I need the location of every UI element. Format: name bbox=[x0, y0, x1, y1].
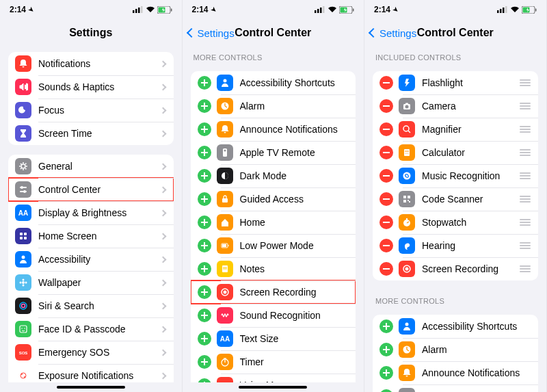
row-camera[interactable]: Camera bbox=[373, 94, 538, 118]
row-accessibility-shortcuts[interactable]: Accessibility Shortcuts bbox=[191, 71, 356, 94]
add-button[interactable] bbox=[198, 169, 211, 183]
row-stopwatch[interactable]: Stopwatch bbox=[373, 211, 538, 234]
reorder-handle[interactable] bbox=[519, 242, 531, 249]
add-button[interactable] bbox=[198, 192, 211, 206]
row-alarm[interactable]: Alarm bbox=[373, 338, 538, 361]
row-apple-tv-remote[interactable]: Apple TV Remote bbox=[191, 141, 356, 164]
row-control-center[interactable]: Control Center bbox=[8, 178, 174, 201]
back-button[interactable]: Settings bbox=[370, 27, 416, 39]
person-icon bbox=[399, 318, 415, 335]
settings-list[interactable]: Notifications Sounds & Haptics Focus Scr… bbox=[0, 47, 182, 382]
add-button[interactable] bbox=[198, 285, 211, 299]
row-announce-notifications[interactable]: Announce Notifications bbox=[191, 118, 356, 141]
remove-button[interactable] bbox=[379, 146, 393, 159]
row-general[interactable]: General bbox=[8, 155, 174, 178]
reorder-handle[interactable] bbox=[519, 265, 531, 272]
row-flashlight[interactable]: Flashlight bbox=[373, 71, 538, 94]
row-screen-recording[interactable]: Screen Recording bbox=[373, 257, 538, 280]
row-display-brightness[interactable]: Display & Brightness bbox=[8, 201, 174, 224]
reorder-handle[interactable] bbox=[519, 149, 531, 156]
add-button[interactable] bbox=[198, 99, 211, 113]
row-guided-access[interactable]: Guided Access bbox=[191, 187, 356, 211]
row-apple-tv-remote[interactable]: Apple TV Remote bbox=[373, 384, 538, 392]
row-music-recognition[interactable]: Music Recognition bbox=[373, 164, 538, 187]
add-button[interactable] bbox=[198, 309, 211, 322]
remove-button[interactable] bbox=[379, 215, 393, 229]
add-button[interactable] bbox=[198, 239, 211, 252]
row-sounds-haptics[interactable]: Sounds & Haptics bbox=[8, 75, 174, 99]
row-alarm[interactable]: Alarm bbox=[191, 94, 356, 118]
chevron-right-icon bbox=[159, 209, 166, 216]
remove-button[interactable] bbox=[379, 122, 393, 136]
row-notes[interactable]: Notes bbox=[191, 257, 356, 280]
reorder-handle[interactable] bbox=[519, 172, 531, 179]
remove-button[interactable] bbox=[379, 169, 393, 183]
row-accessibility[interactable]: Accessibility bbox=[8, 248, 174, 271]
remove-button[interactable] bbox=[379, 192, 393, 206]
row-siri-search[interactable]: Siri & Search bbox=[8, 294, 174, 317]
row-announce-notifications[interactable]: Announce Notifications bbox=[373, 361, 538, 384]
add-button[interactable] bbox=[198, 355, 211, 369]
row-emergency-sos[interactable]: Emergency SOS bbox=[8, 341, 174, 364]
label-camera: Camera bbox=[422, 101, 516, 112]
status-time: 2:14 bbox=[374, 5, 390, 14]
reorder-handle[interactable] bbox=[519, 126, 531, 133]
back-label: Settings bbox=[379, 27, 416, 39]
reorder-handle[interactable] bbox=[519, 103, 531, 109]
add-button[interactable] bbox=[198, 215, 211, 229]
section-header-more: More Controls bbox=[183, 47, 364, 66]
row-face-id-passcode[interactable]: Face ID & Passcode bbox=[8, 317, 174, 341]
page-title: Settings bbox=[69, 27, 112, 39]
more-controls-list[interactable]: More Controls Accessibility Shortcuts Al… bbox=[183, 47, 364, 382]
reorder-handle[interactable] bbox=[519, 79, 531, 86]
add-button[interactable] bbox=[198, 378, 211, 382]
remove-button[interactable] bbox=[379, 262, 393, 276]
add-button[interactable] bbox=[379, 389, 393, 392]
remove-button[interactable] bbox=[379, 76, 393, 90]
row-notifications[interactable]: Notifications bbox=[8, 52, 174, 75]
row-wallpaper[interactable]: Wallpaper bbox=[8, 271, 174, 294]
row-focus[interactable]: Focus bbox=[8, 99, 174, 122]
row-home-screen[interactable]: Home Screen bbox=[8, 224, 174, 248]
chevron-right-icon bbox=[159, 163, 166, 170]
control-center-list[interactable]: Included Controls Flashlight Camera Magn… bbox=[364, 47, 546, 392]
row-home[interactable]: Home bbox=[191, 211, 356, 234]
add-button[interactable] bbox=[198, 122, 211, 136]
add-button[interactable] bbox=[198, 262, 211, 276]
remove-button[interactable] bbox=[379, 99, 393, 113]
section-header-included: Included Controls bbox=[364, 47, 546, 66]
row-magnifier[interactable]: Magnifier bbox=[373, 118, 538, 141]
remove-button[interactable] bbox=[379, 239, 393, 252]
add-button[interactable] bbox=[198, 146, 211, 159]
back-button[interactable]: Settings bbox=[188, 27, 235, 39]
row-voice-memos[interactable]: Voice Memos bbox=[191, 374, 356, 382]
row-screen-recording[interactable]: Screen Recording bbox=[191, 280, 356, 304]
label-stopwatch: Stopwatch bbox=[422, 217, 516, 228]
row-timer[interactable]: Timer bbox=[191, 350, 356, 374]
home-indicator[interactable] bbox=[239, 386, 307, 389]
row-hearing[interactable]: Hearing bbox=[373, 234, 538, 257]
row-code-scanner[interactable]: Code Scanner bbox=[373, 187, 538, 211]
reorder-handle[interactable] bbox=[519, 196, 531, 202]
add-button[interactable] bbox=[379, 366, 393, 380]
add-button[interactable] bbox=[198, 76, 211, 90]
moon-icon bbox=[15, 102, 31, 118]
label-accessibility-shortcuts: Accessibility Shortcuts bbox=[240, 77, 349, 88]
add-button[interactable] bbox=[198, 332, 211, 345]
home-indicator[interactable] bbox=[57, 386, 125, 389]
add-button[interactable] bbox=[379, 319, 393, 333]
label-wallpaper: Wallpaper bbox=[38, 277, 161, 288]
row-low-power-mode[interactable]: Low Power Mode bbox=[191, 234, 356, 257]
svg-rect-71 bbox=[320, 8, 322, 13]
row-accessibility-shortcuts[interactable]: Accessibility Shortcuts bbox=[373, 315, 538, 338]
row-dark-mode[interactable]: Dark Mode bbox=[191, 164, 356, 187]
reorder-handle[interactable] bbox=[519, 219, 531, 226]
row-screen-time[interactable]: Screen Time bbox=[8, 122, 174, 145]
wifi-icon bbox=[328, 6, 337, 13]
row-text-size[interactable]: Text Size bbox=[191, 327, 356, 350]
row-sound-recognition[interactable]: Sound Recognition bbox=[191, 304, 356, 327]
row-exposure-notifications[interactable]: Exposure Notifications bbox=[8, 364, 174, 382]
gear-icon bbox=[15, 158, 31, 174]
row-calculator[interactable]: Calculator bbox=[373, 141, 538, 164]
add-button[interactable] bbox=[379, 343, 393, 356]
